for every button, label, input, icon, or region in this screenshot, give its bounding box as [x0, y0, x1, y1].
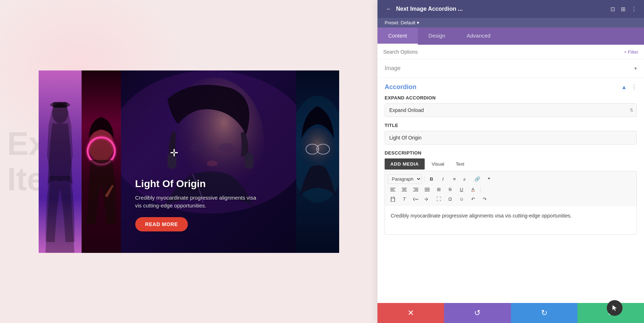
panel-4-image — [296, 70, 339, 253]
paste-text-button[interactable] — [388, 195, 398, 203]
canvas-area: Ex Ite — [0, 0, 377, 323]
title-field: Title — [385, 123, 637, 145]
omega-button[interactable]: Ω — [445, 195, 455, 203]
floating-cursor — [607, 300, 623, 316]
svg-point-15 — [207, 161, 218, 166]
image-section: Image ▾ — [377, 59, 644, 78]
bold-button[interactable]: B — [426, 175, 436, 183]
align-center-icon — [402, 187, 407, 192]
accordion-section-title: Accordion — [385, 83, 416, 91]
toolbar-separator-1 — [424, 176, 424, 182]
editor-undo-button[interactable]: ↶ — [468, 195, 478, 203]
align-right-icon — [413, 187, 418, 192]
svg-point-13 — [190, 143, 206, 152]
redo-button[interactable]: ↻ — [511, 303, 577, 323]
emoji-button[interactable]: ☺ — [457, 195, 467, 203]
image-section-arrow: ▾ — [634, 65, 637, 71]
paragraph-select[interactable]: Paragraph — [388, 174, 422, 184]
editor-redo-button[interactable]: ↷ — [479, 195, 489, 203]
tab-advanced[interactable]: Advanced — [456, 28, 501, 45]
text-button[interactable]: Text — [452, 159, 469, 169]
accordion-panel-4[interactable] — [296, 70, 339, 253]
svg-rect-12 — [244, 153, 253, 169]
accordion-panel-1[interactable] — [39, 70, 82, 253]
text-color-button[interactable]: A — [468, 185, 478, 194]
grid-icon[interactable]: ⊞ — [621, 6, 625, 13]
table-button[interactable]: ⊞ — [434, 185, 444, 194]
editor-toolbar: Paragraph B I ≡ # 🔗 ❝ — [385, 171, 637, 206]
blockquote-button[interactable]: ❝ — [484, 175, 494, 183]
title-input[interactable] — [385, 131, 637, 145]
panel-1-image — [39, 70, 82, 253]
link-button[interactable]: 🔗 — [472, 175, 482, 183]
add-media-button[interactable]: ADD MEDIA — [385, 158, 425, 170]
preset-bar[interactable]: Preset: Default ▾ — [377, 18, 644, 28]
cancel-icon: ✕ — [408, 308, 414, 318]
accordion-panel-3[interactable]: ✛ Light Of Origin Credibly myocardinate … — [121, 70, 296, 253]
toolbar-separator-2 — [480, 186, 480, 193]
unordered-list-button[interactable]: ≡ — [449, 175, 459, 183]
italic-icon: I — [442, 176, 444, 182]
panel-2-image — [82, 70, 121, 253]
tab-design[interactable]: Design — [418, 28, 456, 45]
accordion-section-header: Accordion ▲ ⋮ — [385, 78, 637, 95]
back-icon[interactable]: ← — [385, 5, 393, 13]
visual-button[interactable]: Visual — [428, 159, 449, 169]
undo-icon: ↺ — [474, 308, 480, 318]
tab-bar: Content Design Advanced — [377, 28, 644, 45]
more-options-icon[interactable]: ⋮ — [631, 6, 637, 13]
clear-format-button[interactable]: T — [399, 195, 409, 203]
italic-button[interactable]: I — [438, 175, 448, 183]
svg-rect-36 — [392, 197, 394, 198]
accordion-section: Accordion ▲ ⋮ Expand Accordion Expand On… — [377, 78, 644, 245]
indent-out-button[interactable] — [411, 196, 421, 203]
expand-accordion-select-wrapper: Expand Onload — [385, 103, 637, 117]
expand-accordion-select[interactable]: Expand Onload — [385, 103, 637, 117]
svg-point-5 — [89, 129, 114, 162]
indent-in-button[interactable] — [422, 196, 432, 203]
indent-in-icon — [425, 197, 430, 201]
panel-3-content: Light Of Origin Credibly myocardinate pr… — [135, 178, 257, 231]
accordion-collapse-icon[interactable]: ▲ — [621, 84, 627, 90]
svg-text:#: # — [463, 177, 466, 182]
header-icons: ⊡ ⊞ ⋮ — [610, 6, 637, 13]
fullscreen-button[interactable]: ⛶ — [434, 195, 444, 203]
expand-accordion-field: Expand Accordion Expand Onload — [385, 95, 637, 117]
cancel-button[interactable]: ✕ — [377, 303, 444, 323]
read-more-button[interactable]: READ MORE — [135, 217, 188, 231]
svg-rect-0 — [39, 70, 82, 253]
align-center-button[interactable] — [399, 186, 409, 193]
tab-content[interactable]: Content — [377, 28, 418, 45]
accordion-widget[interactable]: ✛ Light Of Origin Credibly myocardinate … — [39, 70, 339, 253]
description-label: Desccription — [385, 150, 637, 156]
strikethrough-button[interactable]: S — [445, 185, 455, 194]
toolbar-row-2: ⊞ S U A — [388, 185, 634, 194]
ordered-list-button[interactable]: # — [461, 175, 471, 183]
media-row: ADD MEDIA Visual Text — [385, 158, 637, 170]
accordion-more-icon[interactable]: ⋮ — [631, 84, 637, 90]
toolbar-row-1: Paragraph B I ≡ # 🔗 ❝ — [388, 174, 634, 184]
description-section: Desccription ADD MEDIA Visual Text Parag… — [385, 150, 637, 235]
align-justify-button[interactable] — [422, 186, 432, 193]
filter-button[interactable]: + Filter — [624, 49, 638, 55]
editor-content[interactable]: Credibly myocardinate progressive alignm… — [385, 206, 637, 235]
panel-title: Next Image Accordion ... — [396, 6, 463, 12]
image-section-header[interactable]: Image ▾ — [377, 59, 644, 77]
preset-label: Preset: Default ▾ — [385, 20, 419, 25]
align-right-button[interactable] — [411, 186, 421, 193]
underline-button[interactable]: U — [457, 185, 467, 194]
undo-button[interactable]: ↺ — [444, 303, 511, 323]
screen-icon[interactable]: ⊡ — [610, 6, 615, 13]
panel-3-title: Light Of Origin — [135, 178, 257, 190]
search-input[interactable] — [383, 49, 621, 55]
panel-header: ← Next Image Accordion ... ⊡ ⊞ ⋮ — [377, 0, 644, 18]
align-left-button[interactable] — [388, 186, 398, 193]
paste-icon — [390, 197, 395, 202]
indent-out-icon — [413, 197, 418, 201]
ol-icon: # — [463, 177, 468, 182]
accordion-panel-2[interactable] — [82, 70, 121, 253]
expand-accordion-label: Expand Accordion — [385, 95, 637, 101]
svg-rect-3 — [53, 102, 67, 108]
align-justify-icon — [425, 187, 430, 192]
redo-icon: ↻ — [541, 308, 547, 318]
